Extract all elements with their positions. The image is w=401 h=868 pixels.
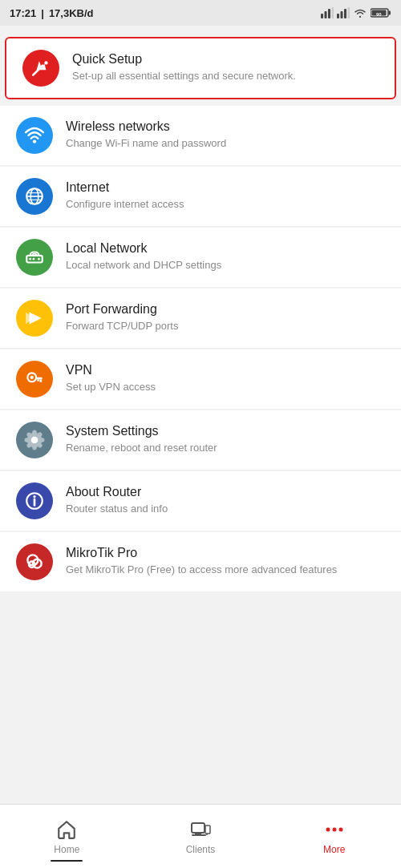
status-icons: 90	[321, 7, 391, 18]
port-forwarding-icon-circle	[16, 300, 53, 337]
quick-setup-text: Quick Setup Set-up all essential setting…	[72, 52, 379, 83]
vpn-title: VPN	[66, 363, 385, 377]
wifi-icon	[24, 125, 45, 146]
svg-rect-28	[35, 377, 43, 380]
wireless-subtitle: Change Wi-Fi name and password	[66, 136, 385, 151]
clients-nav-label: Clients	[186, 844, 216, 855]
svg-rect-9	[389, 11, 391, 15]
svg-rect-37	[192, 823, 205, 833]
svg-point-44	[338, 827, 342, 831]
menu-content: Quick Setup Set-up all essential setting…	[0, 26, 401, 804]
mikrotik-icon	[24, 551, 45, 572]
clients-icon	[189, 820, 212, 839]
internet-text: Internet Configure internet access	[66, 180, 385, 212]
svg-rect-40	[205, 826, 210, 834]
wireless-title: Wireless networks	[66, 119, 385, 134]
more-nav-label: More	[323, 844, 345, 855]
svg-point-42	[326, 827, 330, 831]
quick-setup-subtitle: Set-up all essential settings and secure…	[72, 69, 379, 83]
home-nav-icon	[55, 818, 78, 841]
system-settings-subtitle: Rename, reboot and reset router	[66, 441, 385, 455]
data-rate: 17,3KB/d	[49, 7, 94, 19]
data-speed: |	[41, 7, 44, 19]
menu-item-about-router[interactable]: About Router Router status and info	[0, 471, 401, 531]
menu-item-system-settings[interactable]: System Settings Rename, reboot and reset…	[0, 410, 401, 470]
router-icon	[24, 247, 45, 268]
internet-title: Internet	[66, 180, 385, 195]
mikrotik-pro-subtitle: Get MikroTik Pro (Free) to access more a…	[66, 563, 385, 577]
clients-nav-icon	[189, 818, 212, 841]
svg-rect-3	[332, 7, 334, 18]
svg-rect-29	[40, 380, 43, 382]
menu-item-port-forwarding[interactable]: Port Forwarding Forward TCP/UDP ports	[0, 289, 401, 349]
svg-point-14	[33, 139, 36, 143]
gear-icon	[24, 430, 45, 450]
about-router-icon-circle	[16, 482, 53, 519]
vpn-text: VPN Set up VPN access	[66, 363, 385, 394]
menu-item-vpn[interactable]: VPN Set up VPN access	[0, 349, 401, 410]
svg-point-33	[33, 495, 35, 498]
svg-point-43	[332, 827, 336, 831]
wand-icon	[30, 58, 51, 79]
system-settings-text: System Settings Rename, reboot and reset…	[66, 424, 385, 455]
key-icon	[24, 369, 45, 390]
info-icon	[24, 491, 45, 511]
signal-icon-2	[337, 7, 350, 18]
status-left: 17:21 | 17,3KB/d	[10, 7, 94, 19]
svg-rect-4	[337, 14, 339, 18]
forward-icon	[24, 308, 45, 329]
local-network-title: Local Network	[66, 241, 385, 256]
svg-rect-2	[328, 9, 330, 18]
home-nav-label: Home	[54, 844, 79, 855]
port-forwarding-text: Port Forwarding Forward TCP/UDP ports	[66, 302, 385, 333]
globe-icon	[24, 186, 45, 207]
svg-text:90: 90	[376, 12, 382, 17]
svg-rect-1	[325, 11, 327, 18]
internet-subtitle: Configure internet access	[66, 197, 385, 212]
menu-item-wireless[interactable]: Wireless networks Change Wi-Fi name and …	[0, 106, 401, 166]
svg-rect-6	[344, 9, 346, 18]
about-router-title: About Router	[66, 485, 385, 499]
nav-item-home[interactable]: Home	[0, 812, 134, 862]
status-bar: 17:21 | 17,3KB/d 90	[0, 0, 401, 26]
svg-point-27	[30, 376, 34, 379]
menu-item-local-network[interactable]: Local Network Local network and DHCP set…	[0, 228, 401, 288]
local-network-text: Local Network Local network and DHCP set…	[66, 241, 385, 273]
bottom-nav: Home Clients More	[0, 804, 401, 868]
menu-item-mikrotik-pro[interactable]: MikroTik Pro Get MikroTik Pro (Free) to …	[0, 532, 401, 592]
wifi-status-icon	[353, 7, 367, 18]
quick-setup-title: Quick Setup	[72, 52, 379, 67]
battery-icon: 90	[371, 7, 391, 18]
port-forwarding-title: Port Forwarding	[66, 302, 385, 317]
system-settings-title: System Settings	[66, 424, 385, 438]
port-forwarding-subtitle: Forward TCP/UDP ports	[66, 319, 385, 333]
nav-item-clients[interactable]: Clients	[134, 812, 268, 862]
wireless-text: Wireless networks Change Wi-Fi name and …	[66, 119, 385, 151]
vpn-icon-circle	[16, 361, 53, 398]
mikrotik-pro-icon-circle	[16, 543, 53, 580]
local-network-icon-circle	[16, 239, 53, 276]
wireless-icon-circle	[16, 117, 53, 154]
svg-rect-5	[341, 11, 343, 18]
menu-item-internet[interactable]: Internet Configure internet access	[0, 167, 401, 227]
about-router-subtitle: Router status and info	[66, 502, 385, 516]
local-network-subtitle: Local network and DHCP settings	[66, 258, 385, 273]
svg-rect-0	[321, 14, 323, 18]
signal-icon-1	[321, 7, 334, 18]
internet-icon-circle	[16, 178, 53, 215]
menu-item-quick-setup[interactable]: Quick Setup Set-up all essential setting…	[5, 37, 396, 99]
svg-point-12	[44, 61, 47, 64]
time: 17:21	[10, 7, 36, 19]
more-nav-icon	[323, 818, 346, 841]
about-router-text: About Router Router status and info	[66, 485, 385, 516]
svg-rect-30	[37, 380, 39, 382]
more-dots-icon	[323, 824, 346, 835]
house-icon	[56, 820, 77, 839]
mikrotik-pro-text: MikroTik Pro Get MikroTik Pro (Free) to …	[66, 546, 385, 577]
quick-setup-icon-circle	[22, 50, 59, 87]
vpn-subtitle: Set up VPN access	[66, 380, 385, 394]
mikrotik-pro-title: MikroTik Pro	[66, 546, 385, 560]
system-settings-icon-circle	[16, 422, 53, 458]
nav-item-more[interactable]: More	[267, 812, 401, 862]
svg-rect-7	[348, 7, 350, 18]
